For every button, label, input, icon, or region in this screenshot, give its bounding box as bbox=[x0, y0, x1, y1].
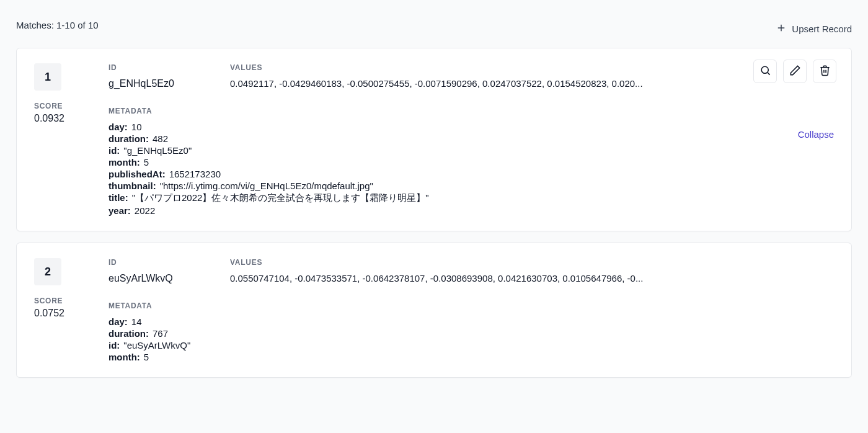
trash-icon bbox=[819, 65, 831, 78]
metadata-value: 1652173230 bbox=[169, 169, 221, 179]
metadata-value: "g_ENHqL5Ez0" bbox=[123, 145, 192, 156]
metadata-value: 5 bbox=[144, 352, 149, 362]
collapse-link[interactable]: Collapse bbox=[798, 129, 834, 140]
metadata-key: publishedAt: bbox=[108, 169, 166, 179]
rank-badge: 1 bbox=[34, 63, 61, 91]
plus-icon bbox=[776, 22, 787, 35]
metadata-row: day:10 bbox=[108, 122, 834, 132]
id-header: ID bbox=[108, 258, 215, 267]
metadata-row: duration:482 bbox=[108, 133, 834, 144]
metadata-value: 14 bbox=[131, 316, 142, 327]
score-value: 0.0932 bbox=[34, 113, 64, 124]
top-bar: Matches: 1-10 of 10 Upsert Record bbox=[16, 0, 852, 48]
metadata-key: month: bbox=[108, 157, 140, 167]
record-card: 1SCORE0.0932IDg_ENHqL5Ez0VALUES0.0492117… bbox=[16, 48, 852, 231]
metadata-value: "euSyArLWkvQ" bbox=[123, 340, 190, 350]
score-label: SCORE bbox=[34, 297, 63, 305]
metadata-key: day: bbox=[108, 316, 128, 327]
metadata-row: id:"g_ENHqL5Ez0" bbox=[108, 145, 834, 156]
search-button[interactable] bbox=[753, 60, 777, 83]
values-header: VALUES bbox=[230, 63, 834, 72]
svg-point-2 bbox=[761, 66, 768, 73]
score-value: 0.0752 bbox=[34, 308, 64, 319]
metadata-row: year:2022 bbox=[108, 205, 834, 216]
metadata-key: day: bbox=[108, 122, 128, 132]
score-label: SCORE bbox=[34, 102, 63, 110]
metadata-row: month:5 bbox=[108, 352, 834, 362]
metadata-row: publishedAt:1652173230 bbox=[108, 169, 834, 179]
upsert-record-label: Upsert Record bbox=[792, 24, 852, 34]
rank-badge: 2 bbox=[34, 258, 61, 285]
record-values: 0.0550747104, -0.0473533571, -0.06423781… bbox=[230, 273, 701, 283]
metadata-row: id:"euSyArLWkvQ" bbox=[108, 340, 834, 350]
values-header: VALUES bbox=[230, 258, 834, 267]
metadata-key: id: bbox=[108, 145, 120, 156]
pencil-icon bbox=[789, 65, 801, 78]
metadata-value: 10 bbox=[131, 122, 142, 132]
delete-button[interactable] bbox=[813, 60, 836, 83]
record-values: 0.0492117, -0.0429460183, -0.0500275455,… bbox=[230, 78, 701, 89]
metadata-row: duration:767 bbox=[108, 328, 834, 339]
metadata-value: "https://i.ytimg.com/vi/g_ENHqL5Ez0/mqde… bbox=[160, 181, 373, 191]
metadata-value: "【パワプロ2022】佐々木朗希の完全試合を再現します【霜降り明星】" bbox=[132, 192, 429, 203]
search-icon bbox=[760, 65, 771, 78]
svg-line-3 bbox=[768, 73, 769, 74]
record-id: g_ENHqL5Ez0 bbox=[108, 78, 215, 89]
metadata-row: month:5 bbox=[108, 157, 834, 167]
metadata-value: 5 bbox=[144, 157, 149, 167]
metadata-key: month: bbox=[108, 352, 140, 362]
metadata-row: title:"【パワプロ2022】佐々木朗希の完全試合を再現します【霜降り明星】… bbox=[108, 192, 834, 204]
id-header: ID bbox=[108, 63, 215, 72]
metadata-header: METADATA bbox=[108, 301, 834, 310]
metadata-key: thumbnail: bbox=[108, 181, 156, 191]
metadata-key: duration: bbox=[108, 328, 149, 339]
metadata-header: METADATA bbox=[108, 107, 834, 115]
record-id: euSyArLWkvQ bbox=[108, 273, 215, 284]
metadata-value: 767 bbox=[153, 328, 168, 339]
metadata-key: duration: bbox=[108, 133, 149, 144]
metadata-key: id: bbox=[108, 340, 120, 350]
upsert-record-button[interactable]: Upsert Record bbox=[776, 22, 852, 35]
metadata-key: year: bbox=[108, 205, 131, 216]
metadata-key: title: bbox=[108, 192, 128, 203]
edit-button[interactable] bbox=[783, 60, 807, 83]
metadata-row: thumbnail:"https://i.ytimg.com/vi/g_ENHq… bbox=[108, 181, 834, 191]
record-card: 2SCORE0.0752IDeuSyArLWkvQVALUES0.0550747… bbox=[16, 243, 852, 378]
metadata-value: 2022 bbox=[135, 205, 155, 216]
record-actions bbox=[753, 60, 836, 83]
metadata-value: 482 bbox=[153, 133, 168, 144]
matches-count: Matches: 1-10 of 10 bbox=[16, 20, 99, 30]
metadata-row: day:14 bbox=[108, 316, 834, 327]
